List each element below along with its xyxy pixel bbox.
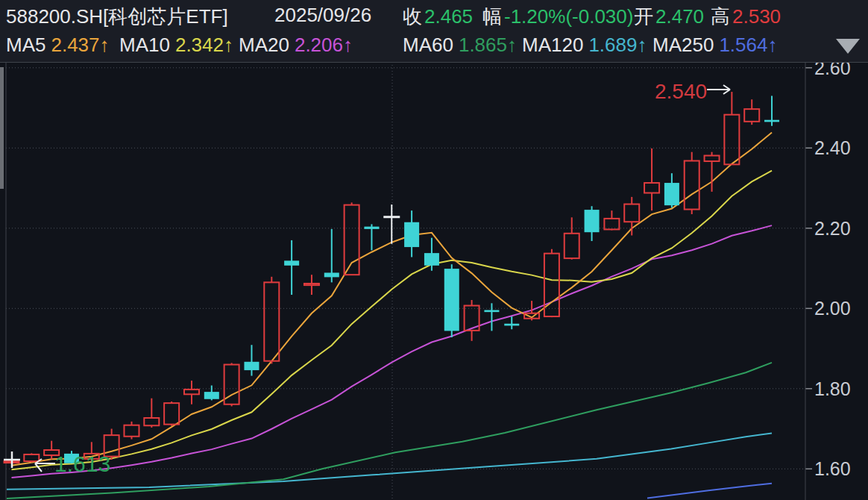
change-label: 幅 xyxy=(482,5,502,28)
y-axis-label: 1.60 xyxy=(814,458,851,479)
candle-body-down xyxy=(504,324,519,326)
candle-body-up xyxy=(345,205,359,275)
candle-body-up xyxy=(304,284,319,285)
y-axis-label: 1.80 xyxy=(814,378,851,399)
high-label: 高 xyxy=(711,5,730,28)
y-axis-label: 2.40 xyxy=(814,137,851,158)
candle-body-down xyxy=(284,260,299,265)
ma10-item: MA102.342↑ xyxy=(119,34,233,57)
ma-line-ma60 xyxy=(7,363,772,499)
price-chart[interactable]: 2.602.402.202.001.801.601.6132.540 xyxy=(0,0,868,500)
candle-body-down xyxy=(204,392,219,399)
candle-body-up xyxy=(624,204,639,222)
ma60-value: 1.865↑ xyxy=(459,34,517,56)
collapse-indicator-triangle-icon[interactable] xyxy=(836,39,860,54)
ma-line-ma120 xyxy=(7,433,772,489)
candle-body-up xyxy=(24,454,39,461)
candle-body-up xyxy=(184,390,199,394)
symbol-title: 588200.SH[科创芯片ETF] xyxy=(6,4,228,30)
low-arrow-icon xyxy=(35,463,42,472)
candle-body-up xyxy=(264,282,279,360)
open-label: 开 xyxy=(634,5,653,28)
candle-body-up xyxy=(685,161,699,210)
left-scrollbar[interactable] xyxy=(0,67,4,189)
ma20-item: MA202.206↑ xyxy=(239,34,353,57)
candle-body-up xyxy=(604,219,619,230)
candle-body-up xyxy=(544,254,559,316)
change-group: 幅-1.20%(-0.030) xyxy=(482,4,633,30)
ma250-item: MA2501.564↑ xyxy=(652,34,777,57)
candle-body-down xyxy=(404,222,419,247)
candle-body-up xyxy=(644,183,659,193)
ma5-item: MA52.437↑ xyxy=(6,34,110,57)
candlesticks xyxy=(4,92,780,463)
candle-body-up xyxy=(144,418,159,425)
close-label: 收 xyxy=(403,5,422,28)
quote-date: 2025/09/26 xyxy=(274,4,371,27)
high-value: 2.530 xyxy=(732,5,781,28)
candle-body-down xyxy=(585,210,600,232)
low-annotation: 1.613 xyxy=(54,451,110,476)
candle-body-up xyxy=(724,115,739,165)
y-axis-label: 2.00 xyxy=(814,298,851,319)
candle-body-down xyxy=(444,269,459,331)
open-value: 2.470 xyxy=(655,5,704,28)
ma20-value: 2.206↑ xyxy=(295,34,353,56)
candle-body-down xyxy=(364,227,379,229)
ma120-item: MA1201.689↑ xyxy=(522,34,647,57)
ma-legend-row: MA52.437↑ MA102.342↑ MA202.206↑ MA601.86… xyxy=(0,30,868,60)
chart-header: 588200.SH[科创芯片ETF] 2025/09/26 收2.465 幅-1… xyxy=(0,0,868,63)
close-group: 收2.465 xyxy=(403,4,473,30)
candle-body-up xyxy=(705,156,720,162)
ma120-value: 1.689↑ xyxy=(588,34,647,56)
candle-body-down xyxy=(484,310,499,312)
candle-body-down xyxy=(664,183,679,205)
candle-body-down xyxy=(764,120,779,122)
open-group: 开2.470 xyxy=(634,4,704,30)
high-annotation: 2.540 xyxy=(655,80,707,103)
ma-line-ma20 xyxy=(12,225,773,478)
candle-body-down xyxy=(324,272,339,277)
ma-line-ma250 xyxy=(647,484,772,499)
y-axis-label: 2.20 xyxy=(814,218,851,239)
high-group: 高2.530 xyxy=(711,4,781,30)
ma60-item: MA601.865↑ xyxy=(403,34,517,57)
change-value: -1.20%(-0.030) xyxy=(504,5,633,28)
candle-body-up xyxy=(744,109,759,122)
ma10-value: 2.342↑ xyxy=(175,34,233,56)
candle-body-down xyxy=(424,253,439,266)
candle-body-up xyxy=(164,403,179,424)
ma250-value: 1.564↑ xyxy=(719,34,777,56)
candle-body-up xyxy=(124,425,139,437)
ma5-value: 2.437↑ xyxy=(51,34,109,56)
close-value: 2.465 xyxy=(424,5,473,28)
candle-body-up xyxy=(564,234,579,258)
stock-chart-window: 2.602.402.202.001.801.601.6132.540 58820… xyxy=(0,0,868,500)
quote-row: 588200.SH[科创芯片ETF] 2025/09/26 收2.465 幅-1… xyxy=(0,0,868,30)
candle-body-down xyxy=(244,362,259,370)
